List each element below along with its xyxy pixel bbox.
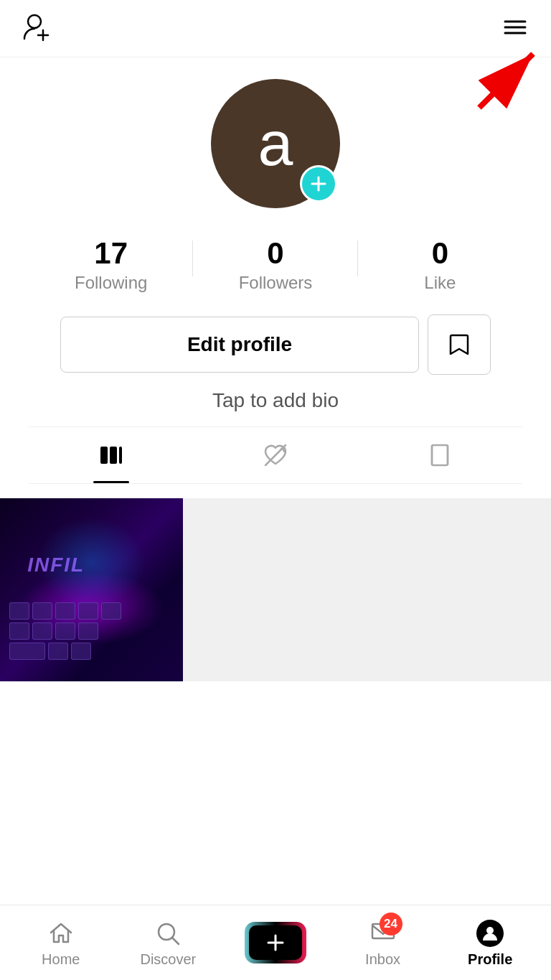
followers-count: 0 xyxy=(267,237,283,270)
tab-saved[interactable] xyxy=(358,427,522,483)
svg-rect-14 xyxy=(432,445,448,465)
nav-home[interactable]: Home xyxy=(7,913,115,974)
avatar-add-button[interactable] xyxy=(300,165,337,202)
keyboard-logo: INFIL xyxy=(27,554,85,577)
content-grid: INFIL xyxy=(0,498,551,681)
following-label: Following xyxy=(75,273,147,293)
followers-label: Followers xyxy=(239,273,313,293)
discover-icon xyxy=(153,918,183,948)
bottom-nav: Home Discover xyxy=(0,905,551,980)
videos-tab-icon xyxy=(98,442,125,472)
edit-profile-button[interactable]: Edit profile xyxy=(60,317,419,373)
svg-rect-11 xyxy=(110,447,117,464)
likes-label: Like xyxy=(424,273,456,293)
video-thumbnail-1[interactable]: INFIL xyxy=(0,498,183,681)
inbox-label: Inbox xyxy=(365,951,400,968)
content-tabs xyxy=(29,426,522,484)
keyboard-keys xyxy=(9,602,174,663)
inbox-icon-container: 24 xyxy=(368,918,398,948)
nav-discover[interactable]: Discover xyxy=(115,913,222,974)
svg-rect-12 xyxy=(119,447,122,464)
nav-create[interactable] xyxy=(222,922,329,963)
create-button[interactable] xyxy=(245,922,306,963)
svg-line-18 xyxy=(172,938,179,944)
avatar-container: a xyxy=(211,79,340,208)
saved-tab-icon xyxy=(426,442,453,472)
nav-inbox[interactable]: 24 Inbox xyxy=(329,913,437,974)
nav-profile[interactable]: Profile xyxy=(436,913,544,974)
svg-point-0 xyxy=(28,15,41,28)
menu-icon[interactable] xyxy=(501,13,529,45)
home-icon xyxy=(46,918,76,948)
avatar-letter: a xyxy=(258,107,293,180)
discover-label: Discover xyxy=(140,951,196,968)
bio-placeholder[interactable]: Tap to add bio xyxy=(212,389,339,412)
svg-point-21 xyxy=(486,927,494,934)
profile-section: a 17 Following 0 Followers 0 Like Edit p… xyxy=(0,57,551,498)
stat-followers[interactable]: 0 Followers xyxy=(193,237,357,293)
profile-label: Profile xyxy=(468,951,512,968)
inbox-badge: 24 xyxy=(380,913,402,935)
action-buttons-row: Edit profile xyxy=(60,314,491,375)
stat-following[interactable]: 17 Following xyxy=(29,237,193,293)
add-user-icon[interactable] xyxy=(22,11,53,46)
tab-videos[interactable] xyxy=(29,427,193,483)
inbox-with-badge: 24 xyxy=(369,918,397,948)
header xyxy=(0,0,551,57)
liked-tab-icon xyxy=(262,442,289,472)
stats-row: 17 Following 0 Followers 0 Like xyxy=(29,237,522,293)
svg-rect-10 xyxy=(100,447,108,464)
likes-count: 0 xyxy=(432,237,448,270)
tab-liked[interactable] xyxy=(193,427,357,483)
following-count: 17 xyxy=(94,237,128,270)
header-left xyxy=(22,11,53,46)
home-label: Home xyxy=(42,951,80,968)
create-button-inner xyxy=(249,925,302,960)
bookmark-button[interactable] xyxy=(428,314,491,375)
stat-likes[interactable]: 0 Like xyxy=(358,237,522,293)
profile-nav-icon xyxy=(475,918,505,948)
